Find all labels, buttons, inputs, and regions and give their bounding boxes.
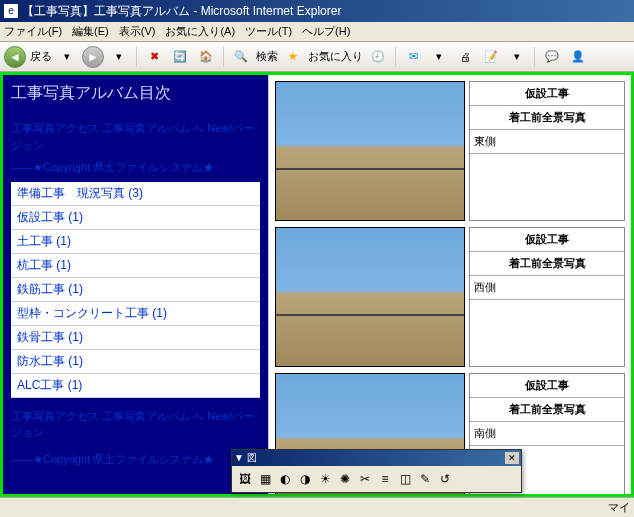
category-item[interactable]: 土工事 (1)	[11, 230, 260, 254]
page-title: 工事写真アルバム目次	[11, 83, 260, 104]
back-button[interactable]: ◄	[4, 46, 26, 68]
print-icon[interactable]: 🖨	[454, 46, 476, 68]
forward-dropdown-icon[interactable]: ▾	[108, 46, 130, 68]
menu-tools[interactable]: ツール(T)	[245, 24, 292, 39]
category-item[interactable]: 鉄筋工事 (1)	[11, 278, 260, 302]
search-label[interactable]: 検索	[256, 46, 278, 68]
status-zone: マイ	[608, 500, 630, 515]
mail-icon[interactable]: ✉	[402, 46, 424, 68]
back-dropdown-icon[interactable]: ▾	[56, 46, 78, 68]
sidebar-notice-1: 工事写真アクセス 工事写真アルバム へ New!バージョン	[11, 120, 260, 153]
stop-icon[interactable]: ✖	[143, 46, 165, 68]
window-title: 【工事写真】工事写真アルバム - Microsoft Internet Expl…	[22, 3, 341, 20]
photo-row: 仮設工事 着工前全景写真 西側	[275, 227, 625, 367]
window-titlebar: e 【工事写真】工事写真アルバム - Microsoft Internet Ex…	[0, 0, 634, 22]
sidebar-footer-1: 工事写真アクセス 工事写真アルバム へ New!バージョン	[11, 408, 260, 441]
info-subcategory: 着工前全景写真	[470, 398, 624, 422]
main-panel[interactable]: 仮設工事 着工前全景写真 東側 仮設工事 着工前全景写真 西側 仮設工事 着工前…	[268, 75, 631, 494]
photo-thumbnail[interactable]	[275, 81, 465, 221]
edit-icon[interactable]: 📝	[480, 46, 502, 68]
info-label: 東側	[470, 130, 624, 154]
back-label[interactable]: 戻る	[30, 46, 52, 68]
menu-help[interactable]: ヘルプ(H)	[302, 24, 350, 39]
toolbar-sep	[223, 47, 224, 67]
info-category: 仮設工事	[470, 228, 624, 252]
info-subcategory: 着工前全景写真	[470, 106, 624, 130]
toolbar-sep	[534, 47, 535, 67]
info-label: 西側	[470, 276, 624, 300]
reset-icon[interactable]: ↺	[436, 470, 454, 488]
messenger-icon[interactable]: 👤	[567, 46, 589, 68]
line-icon[interactable]: ≡	[376, 470, 394, 488]
forward-button: ►	[82, 46, 104, 68]
mail-dropdown-icon[interactable]: ▾	[428, 46, 450, 68]
statusbar: マイ	[0, 497, 634, 517]
brightness-down-icon[interactable]: ✺	[336, 470, 354, 488]
info-subcategory: 着工前全景写真	[470, 252, 624, 276]
toolbar-sep	[395, 47, 396, 67]
floating-toolbar-titlebar[interactable]: ▼ 図 ✕	[232, 450, 521, 466]
category-item[interactable]: 防水工事 (1)	[11, 350, 260, 374]
favorites-label[interactable]: お気に入り	[308, 46, 363, 68]
content-frame: 工事写真アルバム目次 工事写真アクセス 工事写真アルバム へ New!バージョン…	[0, 72, 634, 497]
contrast-down-icon[interactable]: ◑	[296, 470, 314, 488]
menu-view[interactable]: 表示(V)	[119, 24, 156, 39]
info-category: 仮設工事	[470, 374, 624, 398]
category-item[interactable]: 鉄骨工事 (1)	[11, 326, 260, 350]
info-label: 南側	[470, 422, 624, 446]
menubar: ファイル(F) 編集(E) 表示(V) お気に入り(A) ツール(T) ヘルプ(…	[0, 22, 634, 42]
floating-toolbar-title: ▼ 図	[234, 451, 257, 465]
crop-icon[interactable]: ✂	[356, 470, 374, 488]
toolbar-sep	[136, 47, 137, 67]
brightness-up-icon[interactable]: ☀	[316, 470, 334, 488]
toolbar: ◄ 戻る ▾ ► ▾ ✖ 🔄 🏠 🔍 検索 ★ お気に入り 🕗 ✉ ▾ 🖨 📝 …	[0, 42, 634, 72]
close-icon[interactable]: ✕	[505, 452, 519, 464]
grid-icon[interactable]: ▦	[256, 470, 274, 488]
menu-edit[interactable]: 編集(E)	[72, 24, 109, 39]
sidebar: 工事写真アルバム目次 工事写真アクセス 工事写真アルバム へ New!バージョン…	[3, 75, 268, 494]
refresh-icon[interactable]: 🔄	[169, 46, 191, 68]
wrap-icon[interactable]: ◫	[396, 470, 414, 488]
image-marker-icon[interactable]: 🖼	[236, 470, 254, 488]
category-item[interactable]: 準備工事 現況写真 (3)	[11, 182, 260, 206]
category-item[interactable]: ALC工事 (1)	[11, 374, 260, 398]
format-icon[interactable]: ✎	[416, 470, 434, 488]
search-icon[interactable]: 🔍	[230, 46, 252, 68]
history-icon[interactable]: 🕗	[367, 46, 389, 68]
category-item[interactable]: 杭工事 (1)	[11, 254, 260, 278]
home-icon[interactable]: 🏠	[195, 46, 217, 68]
photo-info-table: 仮設工事 着工前全景写真 東側	[469, 81, 625, 221]
photo-info-table: 仮設工事 着工前全景写真 西側	[469, 227, 625, 367]
contrast-icon[interactable]: ◐	[276, 470, 294, 488]
menu-favorites[interactable]: お気に入り(A)	[165, 24, 235, 39]
photo-thumbnail[interactable]	[275, 227, 465, 367]
category-item[interactable]: 仮設工事 (1)	[11, 206, 260, 230]
menu-file[interactable]: ファイル(F)	[4, 24, 62, 39]
category-list: 準備工事 現況写真 (3) 仮設工事 (1) 土工事 (1) 杭工事 (1) 鉄…	[11, 182, 260, 398]
ie-icon: e	[4, 4, 18, 18]
floating-toolbar[interactable]: ▼ 図 ✕ 🖼 ▦ ◐ ◑ ☀ ✺ ✂ ≡ ◫ ✎ ↺	[231, 449, 522, 493]
sidebar-footer-2: ――★Copyright 県土ファイルシステム★	[11, 451, 260, 468]
info-category: 仮設工事	[470, 82, 624, 106]
discuss-icon[interactable]: 💬	[541, 46, 563, 68]
category-item[interactable]: 型枠・コンクリート工事 (1)	[11, 302, 260, 326]
floating-toolbar-body: 🖼 ▦ ◐ ◑ ☀ ✺ ✂ ≡ ◫ ✎ ↺	[232, 466, 521, 492]
favorites-star-icon[interactable]: ★	[282, 46, 304, 68]
photo-row: 仮設工事 着工前全景写真 東側	[275, 81, 625, 221]
sidebar-notice-2: ――★Copyright 県土ファイルシステム★	[11, 159, 260, 176]
edit-dropdown-icon[interactable]: ▾	[506, 46, 528, 68]
